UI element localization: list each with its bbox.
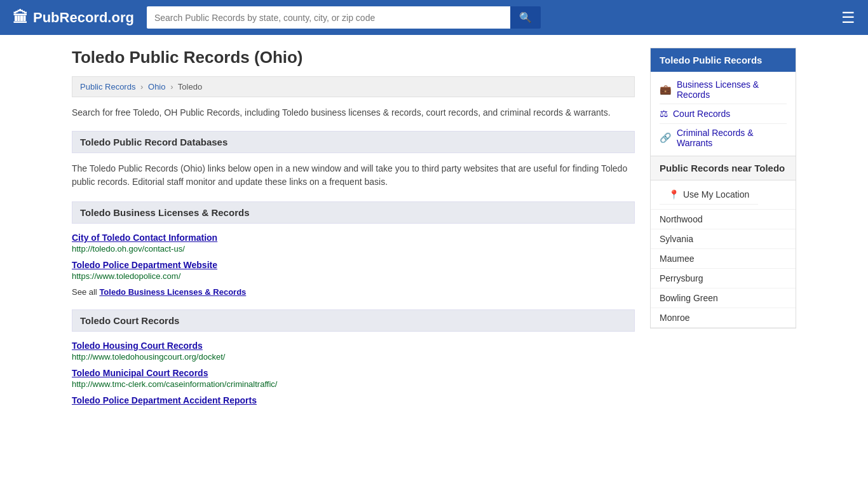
menu-button[interactable]: ☰ — [841, 9, 855, 27]
sidebar-links: 💼 Business Licenses & Records ⚖ Court Re… — [651, 72, 796, 156]
sidebar-link-criminal-label: Criminal Records & Warrants — [677, 128, 787, 148]
see-all-business-link[interactable]: Toledo Business Licenses & Records — [99, 287, 246, 297]
municipal-court-url: http://www.tmc-clerk.com/caseinformation… — [72, 379, 635, 389]
sidebar-link-business-label: Business Licenses & Records — [677, 79, 787, 100]
sidebar-link-court[interactable]: ⚖ Court Records — [660, 104, 787, 124]
breadcrumb-toledo: Toledo — [178, 82, 202, 92]
city-toledo-contact-url: http://toledo.oh.gov/contact-us/ — [72, 244, 635, 254]
record-city-toledo-contact: City of Toledo Contact Information — [72, 233, 635, 243]
briefcase-icon: 💼 — [660, 84, 672, 95]
nearby-sylvania[interactable]: Sylvania — [651, 229, 796, 249]
page-title: Toledo Public Records (Ohio) — [72, 48, 635, 67]
use-location-text: Use My Location — [683, 189, 749, 200]
section-header-databases: Toledo Public Record Databases — [72, 131, 635, 153]
section-content-business: City of Toledo Contact Information http:… — [72, 233, 635, 297]
sidebar-link-court-label: Court Records — [673, 109, 730, 119]
housing-court-link[interactable]: Toledo Housing Court Records — [72, 341, 203, 351]
search-input[interactable] — [147, 6, 510, 29]
breadcrumb-public-records[interactable]: Public Records — [80, 82, 135, 92]
section-content-databases: The Toledo Public Records (Ohio) links b… — [72, 162, 635, 189]
databases-description: The Toledo Public Records (Ohio) links b… — [72, 162, 635, 189]
municipal-court-link[interactable]: Toledo Municipal Court Records — [72, 368, 208, 378]
sidebar-box: Toledo Public Records 💼 Business License… — [650, 48, 796, 329]
northwood-link[interactable]: Northwood — [660, 214, 703, 224]
breadcrumb-ohio[interactable]: Ohio — [148, 82, 165, 92]
content-wrapper: Toledo Public Records (Ohio) Public Reco… — [59, 35, 809, 431]
bowling-green-link[interactable]: Bowling Green — [660, 293, 718, 303]
page-description: Search for free Toledo, OH Public Record… — [72, 106, 635, 119]
record-toledo-police: Toledo Police Department Website — [72, 260, 635, 270]
record-accident-reports: Toledo Police Department Accident Report… — [72, 395, 635, 405]
city-toledo-contact-link[interactable]: City of Toledo Contact Information — [72, 233, 217, 243]
record-housing-court: Toledo Housing Court Records — [72, 341, 635, 351]
search-form: 🔍 — [147, 6, 541, 29]
sidebar-title: Toledo Public Records — [651, 48, 796, 72]
see-all-business: See all Toledo Business Licenses & Recor… — [72, 287, 635, 297]
record-municipal-court: Toledo Municipal Court Records — [72, 368, 635, 378]
perrysburg-link[interactable]: Perrysburg — [660, 273, 703, 283]
use-location-link[interactable]: 📍 Use My Location — [660, 185, 758, 205]
sidebar-nearby-title: Public Records near Toledo — [651, 156, 796, 180]
section-header-court: Toledo Court Records — [72, 309, 635, 332]
toledo-police-link[interactable]: Toledo Police Department Website — [72, 260, 217, 270]
logo-area[interactable]: 🏛 PubRecord.org — [13, 9, 134, 27]
section-header-business: Toledo Business Licenses & Records — [72, 201, 635, 224]
sylvania-link[interactable]: Sylvania — [660, 234, 693, 244]
breadcrumb-sep-2: › — [170, 82, 173, 92]
toledo-police-url: https://www.toledopolice.com/ — [72, 271, 635, 281]
sidebar-link-business[interactable]: 💼 Business Licenses & Records — [660, 76, 787, 104]
nearby-northwood[interactable]: Northwood — [651, 210, 796, 229]
chain-icon: 🔗 — [660, 132, 672, 144]
section-content-court: Toledo Housing Court Records http://www.… — [72, 341, 635, 405]
main-content: Toledo Public Records (Ohio) Public Reco… — [72, 48, 635, 418]
nearby-maumee[interactable]: Maumee — [651, 249, 796, 269]
location-pin-icon: 📍 — [668, 189, 679, 200]
see-all-text: See all — [72, 287, 97, 297]
monroe-link[interactable]: Monroe — [660, 313, 689, 323]
use-location-item[interactable]: 📍 Use My Location — [651, 180, 796, 210]
scales-icon: ⚖ — [660, 108, 668, 119]
sidebar: Toledo Public Records 💼 Business License… — [650, 48, 796, 418]
header: 🏛 PubRecord.org 🔍 ☰ — [0, 0, 868, 35]
breadcrumb: Public Records › Ohio › Toledo — [72, 76, 635, 97]
nearby-monroe[interactable]: Monroe — [651, 308, 796, 328]
maumee-link[interactable]: Maumee — [660, 254, 694, 264]
nearby-perrysburg[interactable]: Perrysburg — [651, 269, 796, 288]
nearby-bowling-green[interactable]: Bowling Green — [651, 288, 796, 308]
housing-court-url: http://www.toledohousingcourt.org/docket… — [72, 352, 635, 362]
hamburger-icon: ☰ — [841, 9, 855, 26]
search-button[interactable]: 🔍 — [510, 6, 541, 29]
sidebar-link-criminal[interactable]: 🔗 Criminal Records & Warrants — [660, 124, 787, 152]
building-icon: 🏛 — [13, 9, 28, 27]
logo-text: PubRecord.org — [33, 10, 134, 26]
accident-reports-link[interactable]: Toledo Police Department Accident Report… — [72, 395, 257, 405]
breadcrumb-sep-1: › — [140, 82, 143, 92]
search-icon: 🔍 — [519, 12, 532, 23]
